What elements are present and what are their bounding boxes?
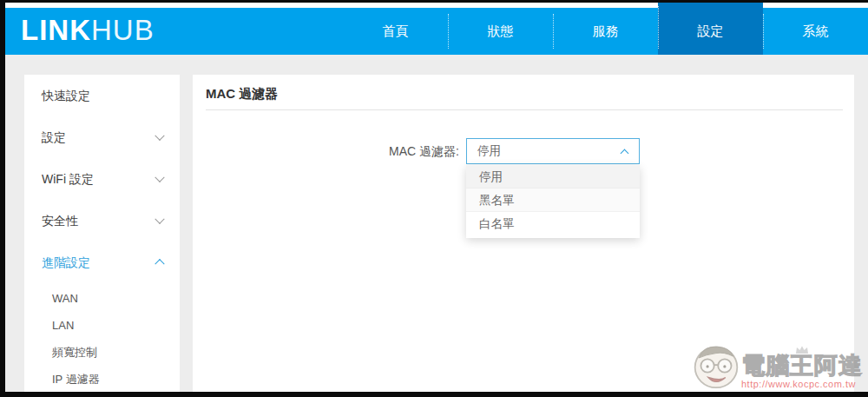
nav-tab-home[interactable]: 首頁: [343, 8, 448, 55]
sidebar-item-label: 設定: [42, 130, 66, 144]
dropdown-option-blacklist[interactable]: 黑名單: [466, 189, 640, 212]
nav-tab-settings[interactable]: 設定: [658, 0, 763, 55]
sidebar-item-settings[interactable]: 設定: [24, 116, 180, 158]
main-nav: 首頁 狀態 服務 設定 系統: [343, 8, 868, 55]
sidebar-item-quick-setup[interactable]: 快速設定: [24, 75, 180, 116]
nav-tab-services[interactable]: 服務: [553, 8, 658, 55]
mac-filter-selected-value: 停用: [467, 139, 639, 163]
page-title: MAC 過濾器: [193, 75, 854, 109]
chevron-down-icon: [155, 131, 164, 141]
mac-filter-label: MAC 過濾器:: [193, 138, 459, 164]
sidebar-subitem-lan[interactable]: LAN: [24, 312, 180, 339]
sidebar-subitem-ip-filter[interactable]: IP 過濾器: [24, 366, 180, 393]
sidebar-item-label: 快速設定: [42, 89, 90, 103]
dropdown-option-whitelist[interactable]: 白名單: [466, 212, 640, 235]
linkhub-logo[interactable]: LINKHUB: [21, 14, 155, 47]
sidebar-subitem-bandwidth-control[interactable]: 頻寬控制: [24, 339, 180, 366]
sidebar-item-label: WiFi 設定: [42, 172, 94, 186]
nav-tab-system[interactable]: 系統: [763, 8, 868, 55]
sidebar-item-wifi-settings[interactable]: WiFi 設定: [24, 158, 180, 200]
mac-filter-dropdown: 停用 黑名單 白名單: [466, 165, 640, 238]
mac-filter-select[interactable]: 停用: [466, 138, 640, 164]
logo-text-bold: LINK: [21, 14, 91, 46]
nav-tab-status[interactable]: 狀態: [448, 8, 553, 55]
sidebar-item-advanced-settings[interactable]: 進階設定: [24, 242, 180, 283]
content-panel: MAC 過濾器 MAC 過濾器: 停用 停用 黑名單 白名單: [193, 75, 854, 392]
logo-text-light: HUB: [91, 14, 155, 46]
sidebar-item-label: 安全性: [42, 214, 78, 228]
chevron-down-icon: [155, 215, 164, 224]
title-divider: [206, 109, 843, 110]
chevron-up-icon: [155, 259, 164, 268]
dropdown-option-disable[interactable]: 停用: [466, 165, 640, 189]
sidebar-subitem-wan[interactable]: WAN: [24, 285, 180, 312]
header-bar: LINKHUB 首頁 狀態 服務 設定 系統: [5, 8, 868, 55]
advanced-settings-submenu: WAN LAN 頻寬控制 IP 過濾器: [24, 285, 180, 393]
chevron-down-icon: [155, 173, 164, 182]
sidebar-item-label: 進階設定: [42, 255, 90, 269]
sidebar: 快速設定 設定 WiFi 設定 安全性 進階設定 WAN LAN 頻寬控制 IP…: [24, 75, 180, 392]
sidebar-item-security[interactable]: 安全性: [24, 200, 180, 242]
router-admin-window: LINKHUB 首頁 狀態 服務 設定 系統 快速設定 設定 WiFi 設定 安…: [0, 0, 868, 397]
